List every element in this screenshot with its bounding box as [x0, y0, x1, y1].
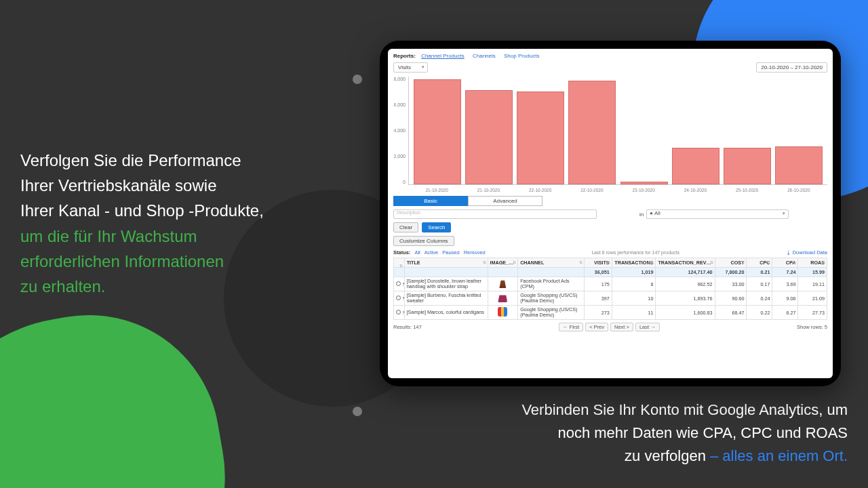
status-summary-text: Last 8 rows performance for 147 products: [591, 250, 679, 255]
col-cpc[interactable]: CPC: [747, 258, 772, 268]
col-image_link[interactable]: IMAGE_LINK: [488, 258, 518, 268]
promo-left-copy: Verfolgen Sie die Performance Ihrer Vert…: [20, 148, 373, 299]
decor-dot: [353, 75, 362, 84]
chart-x-ticks: 21-10-202021-10-202022-10-202022-10-2020…: [408, 186, 827, 196]
decor-blob-green: [0, 294, 248, 488]
col-cpa[interactable]: CPA: [772, 258, 798, 268]
page-prev[interactable]: < Prev: [585, 323, 608, 331]
results-table: TITLEIMAGE_LINKCHANNELVISITSTRANSACTIONS…: [393, 258, 827, 320]
table-footer: Results: 147 ← First < Prev Next > Last …: [388, 320, 833, 334]
chart-bar: [517, 92, 564, 184]
col-title[interactable]: TITLE: [404, 258, 488, 268]
chart-bar: [465, 90, 513, 184]
tab-advanced[interactable]: Advanced: [468, 196, 542, 206]
table-row[interactable]: [Sample] Marcos, colorful cardigansGoogl…: [394, 306, 827, 320]
promo-line: noch mehr Daten wie CPA, CPC und ROAS: [373, 422, 848, 445]
promo-line: erforderlichen Informationen: [20, 249, 373, 274]
chart-y-ticks: 8,000 6,000 4,000 2,000 0: [393, 77, 408, 184]
filter-field-select[interactable]: ● All: [646, 209, 789, 219]
row-gear-icon[interactable]: [396, 296, 401, 300]
reports-nav: Reports: Channel Products Channels Shop …: [388, 49, 833, 61]
filter-in-label: in: [639, 211, 644, 218]
filter-input[interactable]: Description: [393, 209, 597, 219]
row-gear-icon[interactable]: [396, 281, 401, 286]
metric-select[interactable]: Visits: [393, 62, 428, 73]
status-paused[interactable]: Paused: [442, 249, 459, 256]
chart-bar: [775, 146, 823, 184]
chart-area: 8,000 6,000 4,000 2,000 0 21-10-202021-1…: [388, 77, 833, 196]
row-gear-icon[interactable]: [396, 310, 401, 314]
status-all[interactable]: All: [414, 249, 420, 256]
page-first[interactable]: ← First: [559, 323, 583, 331]
chart-bar: [414, 79, 461, 184]
col-roas[interactable]: ROAS: [798, 258, 827, 268]
download-data-link[interactable]: ⭳ Download Data: [786, 249, 827, 256]
col-visits[interactable]: VISITS: [585, 258, 612, 268]
view-tabs: Basic Advanced: [388, 196, 833, 209]
tab-basic[interactable]: Basic: [393, 196, 468, 206]
col-transaction_revenue[interactable]: TRANSACTION_REVENUE: [656, 258, 715, 268]
decor-dot: [353, 407, 362, 416]
promo-line: Verbinden Sie Ihr Konto mit Google Analy…: [373, 399, 848, 422]
nav-channel-products[interactable]: Channel Products: [421, 53, 465, 59]
filter-row: Description in ● All: [388, 209, 833, 222]
customize-columns-button[interactable]: Customize Columns: [393, 236, 454, 246]
product-thumb: [498, 293, 507, 302]
promo-line: Ihrer Kanal - und Shop -Produkte,: [20, 198, 373, 223]
chart-bar: [672, 148, 719, 184]
promo-line: zu erhalten.: [20, 274, 373, 299]
promo-line: zu verfolgen – alles an einem Ort.: [373, 445, 848, 468]
product-thumb: [498, 307, 507, 317]
col-transactions[interactable]: TRANSACTIONS: [612, 258, 656, 268]
promo-line: um die für Ihr Wachstum: [20, 224, 373, 249]
status-label: Status:: [393, 249, 410, 256]
status-active[interactable]: Active: [425, 249, 438, 256]
reports-label: Reports:: [393, 53, 416, 59]
page-next[interactable]: Next >: [610, 323, 633, 331]
show-rows[interactable]: Show rows: 5: [797, 324, 827, 330]
clear-button[interactable]: Clear: [393, 222, 418, 232]
summary-row: 36,0511,019124,717.407,800.200.217.2415.…: [394, 268, 827, 277]
tablet-frame: Reports: Channel Products Channels Shop …: [380, 41, 841, 386]
nav-shop-products[interactable]: Shop Products: [504, 53, 539, 59]
nav-channels[interactable]: Channels: [473, 53, 496, 59]
col-cost[interactable]: COST: [715, 258, 747, 268]
chart-bar: [724, 148, 771, 184]
table-row[interactable]: [Sample] Dorostelle, brown leather handb…: [394, 277, 827, 291]
promo-line: Verfolgen Sie die Performance: [20, 148, 373, 173]
bar-chart: 8,000 6,000 4,000 2,000 0: [408, 77, 827, 185]
table-row[interactable]: [Sample] Burbeno, Fuschia knitted sweate…: [394, 291, 827, 306]
search-button[interactable]: Search: [422, 222, 451, 232]
promo-line: Ihrer Vertriebskanäle sowie: [20, 173, 373, 198]
pager: ← First < Prev Next > Last →: [559, 323, 660, 331]
results-count: Results: 147: [393, 324, 422, 330]
chart-bar: [620, 182, 668, 184]
status-bar: Status: All Active Paused Removed Last 8…: [388, 249, 833, 258]
chart-bar: [568, 81, 616, 184]
toolbar: Visits 20-10-2020 – 27-10-2020: [388, 61, 833, 77]
promo-bottom-copy: Verbinden Sie Ihr Konto mit Google Analy…: [373, 399, 848, 468]
app-screen: Reports: Channel Products Channels Shop …: [388, 49, 833, 378]
status-removed[interactable]: Removed: [464, 249, 486, 256]
page-last[interactable]: Last →: [635, 323, 660, 331]
col-channel[interactable]: CHANNEL: [518, 258, 585, 268]
date-range-picker[interactable]: 20-10-2020 – 27-10-2020: [756, 62, 827, 73]
product-thumb: [498, 279, 507, 288]
